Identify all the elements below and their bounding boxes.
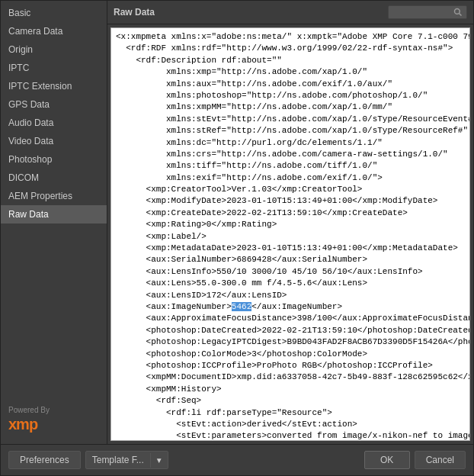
dialog: BasicCamera DataOriginIPTCIPTC Extension… [0, 0, 474, 476]
sidebar-powered-section: Powered By xmp [1, 398, 107, 441]
raw-data-content: <x:xmpmeta xmlns:x="adobe:ns:meta/" x:xm… [111, 28, 469, 441]
search-icon [453, 8, 463, 17]
sidebar-item-dicom[interactable]: DICOM [1, 169, 107, 187]
sidebar-item-iptc[interactable]: IPTC [1, 59, 107, 77]
template-button-container[interactable]: Template F... ▼ [85, 451, 168, 469]
svg-line-1 [460, 14, 462, 16]
sidebar-item-camera-data[interactable]: Camera Data [1, 22, 107, 40]
template-label[interactable]: Template F... [86, 452, 150, 468]
sidebar-item-origin[interactable]: Origin [1, 40, 107, 59]
raw-data-container[interactable]: <x:xmpmeta xmlns:x="adobe:ns:meta/" x:xm… [110, 27, 470, 441]
template-dropdown-arrow-icon[interactable]: ▼ [150, 453, 168, 468]
xmp-logo: xmp [8, 416, 37, 433]
cancel-button[interactable]: Cancel [415, 451, 466, 469]
search-input[interactable] [392, 8, 453, 17]
sidebar-item-audio-data[interactable]: Audio Data [1, 114, 107, 132]
sidebar-item-gps-data[interactable]: GPS Data [1, 95, 107, 114]
main-content: Raw Data <x:xmpmeta xmlns:x="adobe:ns:me… [107, 1, 473, 444]
dialog-footer: Preferences Template F... ▼ OK Cancel [1, 444, 473, 475]
sidebar-item-photoshop[interactable]: Photoshop [1, 150, 107, 169]
svg-point-0 [455, 9, 460, 14]
preferences-button[interactable]: Preferences [8, 451, 81, 469]
sidebar-item-raw-data[interactable]: Raw Data [1, 205, 107, 224]
powered-by-label: Powered By [8, 406, 50, 414]
sidebar-item-video-data[interactable]: Video Data [1, 132, 107, 150]
search-box[interactable] [388, 5, 467, 19]
sidebar-item-basic[interactable]: Basic [1, 4, 107, 22]
sidebar-item-iptc-extension[interactable]: IPTC Extension [1, 77, 107, 95]
dialog-body: BasicCamera DataOriginIPTCIPTC Extension… [1, 1, 473, 444]
panel-title: Raw Data [114, 7, 155, 18]
ok-button[interactable]: OK [364, 451, 410, 469]
main-header: Raw Data [107, 1, 473, 24]
sidebar: BasicCamera DataOriginIPTCIPTC Extension… [1, 1, 107, 444]
sidebar-item-aem-properties[interactable]: AEM Properties [1, 187, 107, 205]
